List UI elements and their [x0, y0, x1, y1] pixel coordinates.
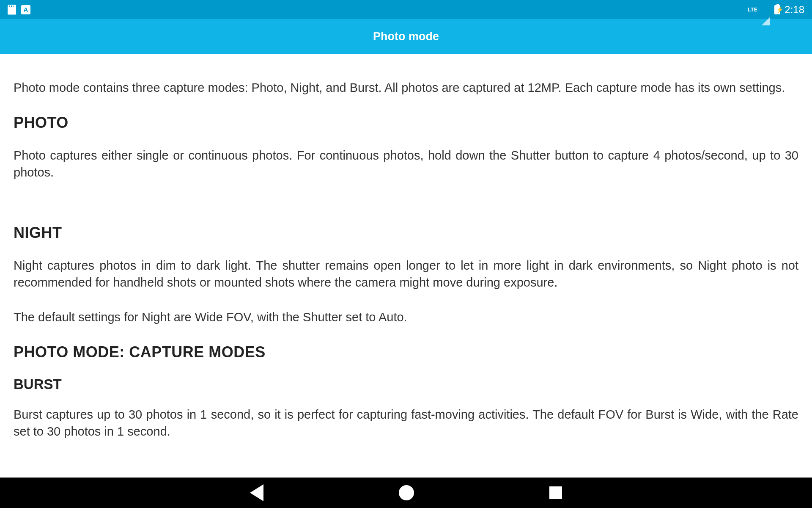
status-right: LTE ⚡ 2:18: [748, 4, 804, 16]
status-time: 2:18: [785, 4, 804, 16]
status-bar: A LTE ⚡ 2:18: [0, 0, 812, 19]
night-body-2: The default settings for Night are Wide …: [14, 309, 798, 326]
sd-card-icon: [8, 5, 16, 15]
capture-modes-heading: PHOTO MODE: CAPTURE MODES: [14, 343, 798, 361]
intro-paragraph: Photo mode contains three capture modes:…: [14, 79, 798, 96]
navigation-bar: [0, 478, 812, 508]
content-area[interactable]: Photo mode contains three capture modes:…: [0, 54, 812, 478]
network-lte-label: LTE: [748, 7, 757, 13]
home-button[interactable]: [399, 485, 414, 500]
photo-heading: PHOTO: [14, 114, 798, 132]
signal-icon: [762, 6, 770, 25]
status-left: A: [8, 5, 30, 15]
page-title: Photo mode: [373, 30, 439, 43]
burst-heading: BURST: [14, 376, 798, 392]
recent-button[interactable]: [549, 486, 562, 499]
battery-charging-icon: ⚡: [774, 5, 780, 14]
keyboard-icon: A: [21, 5, 30, 14]
night-body-1: Night captures photos in dim to dark lig…: [14, 257, 798, 291]
night-heading: NIGHT: [14, 224, 798, 242]
app-bar: Photo mode: [0, 19, 812, 54]
back-button[interactable]: [250, 484, 263, 501]
photo-body: Photo captures either single or continuo…: [14, 147, 798, 181]
burst-body: Burst captures up to 30 photos in 1 seco…: [14, 406, 798, 440]
